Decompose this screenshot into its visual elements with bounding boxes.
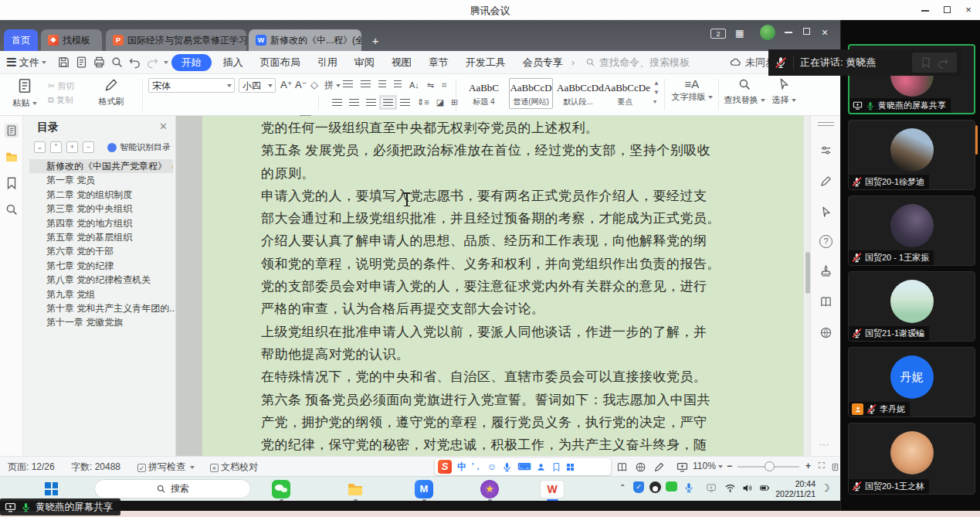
- participant-tile[interactable]: 国贸20-1徐梦迪: [848, 120, 975, 190]
- style-card[interactable]: AaBbCcD 普通(网站): [509, 78, 553, 109]
- command-search-input[interactable]: 查找命令、搜索模板: [585, 56, 690, 70]
- document-canvas[interactable]: 党的任何一级组织直至中央都无权剥夺党员的上述权利。第五条 发展党员，必须把政治标…: [176, 116, 803, 456]
- select-cursor-icon[interactable]: [819, 206, 832, 219]
- shading-icon[interactable]: ◪: [436, 97, 444, 107]
- undo-icon[interactable]: [128, 56, 141, 69]
- menu-item-sections[interactable]: 章节: [420, 51, 457, 74]
- smart-toc-button[interactable]: 智能识别目录: [107, 141, 171, 153]
- font-size-select[interactable]: 小四: [239, 78, 276, 93]
- star-app-icon[interactable]: ★: [480, 480, 499, 498]
- adjust-settings-icon[interactable]: [819, 144, 832, 157]
- wps-minimize-button[interactable]: [785, 26, 792, 37]
- bookmark-icon[interactable]: [5, 176, 19, 190]
- night-mode-moon-icon[interactable]: ☽: [821, 482, 830, 494]
- find-replace-button[interactable]: 查找替换: [723, 77, 766, 106]
- zoom-in-button[interactable]: +: [805, 461, 811, 471]
- font-name-select[interactable]: 宋体: [148, 78, 235, 93]
- toc-item[interactable]: 第四章 党的地方组织: [23, 216, 175, 230]
- battery-icon[interactable]: [758, 483, 771, 493]
- toolbar-drag-handle[interactable]: [818, 122, 834, 126]
- menu-item-references[interactable]: 引用: [309, 51, 346, 74]
- print-preview-icon[interactable]: [110, 56, 124, 69]
- page-thumb-icon[interactable]: [831, 461, 839, 473]
- menu-item-insert[interactable]: 插入: [215, 51, 252, 74]
- zoom-slider-knob[interactable]: [765, 461, 775, 471]
- review-calendar-icon[interactable]: [819, 264, 832, 277]
- save-icon[interactable]: [57, 56, 70, 69]
- select-button[interactable]: 选择: [768, 77, 800, 106]
- numbering-icon[interactable]: [361, 80, 371, 87]
- toc-item[interactable]: 新修改的《中国共产党章程》（...: [29, 159, 173, 173]
- participant-tile[interactable]: 国贸21-1谢瑷鳊: [848, 271, 975, 342]
- scrollbar-thumb[interactable]: [805, 252, 810, 294]
- ime-punctuation-icon[interactable]: ’，: [472, 461, 482, 472]
- check-panel-icon[interactable]: [5, 150, 19, 164]
- file-menu[interactable]: ☰ 文件: [0, 51, 55, 74]
- new-tab-button[interactable]: +: [366, 29, 385, 51]
- word-count[interactable]: 字数: 20488: [71, 461, 120, 474]
- toc-item[interactable]: 第七章 党的纪律: [23, 259, 175, 273]
- start-button[interactable]: [42, 480, 61, 498]
- format-painter-button[interactable]: 格式刷: [91, 77, 131, 107]
- ruler-icon[interactable]: ⌗: [442, 80, 446, 90]
- toc-item[interactable]: 第五章 党的基层组织: [23, 230, 175, 244]
- text-layout-button[interactable]: ≡A 文字排版: [670, 77, 714, 103]
- toc-item[interactable]: 第十章 党和共产主义青年团的...: [23, 301, 175, 315]
- output-icon[interactable]: [75, 56, 88, 69]
- cut-button[interactable]: ✂ 剪切: [48, 80, 74, 92]
- line-spacing-icon[interactable]: ⇕≡: [417, 97, 429, 107]
- fit-page-icon[interactable]: [677, 461, 688, 473]
- tray-expand-icon[interactable]: ⌃: [619, 483, 626, 491]
- print-icon[interactable]: [93, 56, 106, 69]
- ime-cn-mode-icon[interactable]: 中: [457, 461, 466, 474]
- annotate-pen-icon[interactable]: [819, 175, 832, 188]
- participant-tile[interactable]: 丹妮 李丹妮: [848, 347, 975, 417]
- meeting-restore-button[interactable]: [940, 3, 954, 17]
- toc-item[interactable]: 第二章 党的组织制度: [23, 188, 175, 202]
- participant-tile[interactable]: 国贸20-1王之林: [848, 423, 975, 495]
- wps-app-icon[interactable]: W: [540, 480, 565, 498]
- meeting-minimize-button[interactable]: [918, 3, 932, 17]
- style-card[interactable]: AaBbCcDe 要点: [603, 78, 647, 109]
- qq-penguin-icon[interactable]: [649, 481, 661, 493]
- sogou-logo-icon[interactable]: S: [438, 460, 452, 474]
- help-icon[interactable]: ?: [819, 235, 832, 248]
- participant-tile[interactable]: 国贸20 - 1王家振: [848, 196, 975, 266]
- align-right-icon[interactable]: [366, 99, 376, 106]
- screen-share-tag[interactable]: 黄晓燕的屏幕共享: [0, 498, 120, 515]
- security-shield-icon[interactable]: ✓: [633, 481, 644, 493]
- page-indicator[interactable]: 页面: 12/26: [8, 461, 55, 474]
- menu-item-view[interactable]: 视图: [383, 51, 420, 74]
- grow-font-button[interactable]: A⁺: [280, 79, 293, 90]
- align-left-icon[interactable]: [332, 99, 342, 106]
- document-proofing[interactable]: ×文档校对: [210, 461, 258, 474]
- toc-item[interactable]: 第八章 党的纪律检查机关: [23, 273, 175, 287]
- mic-tray-icon[interactable]: [683, 482, 694, 493]
- decrease-indent-icon[interactable]: [378, 80, 386, 87]
- wechat-tray-icon[interactable]: [666, 481, 677, 491]
- wechat-app-icon[interactable]: [272, 480, 290, 498]
- ime-skin-icon[interactable]: [551, 462, 561, 472]
- outline-panel-icon[interactable]: [5, 124, 19, 138]
- style-card[interactable]: AaBbCcDd 默认段...: [556, 78, 600, 109]
- toc-close-icon[interactable]: ✕: [159, 121, 168, 132]
- fullscreen-icon[interactable]: ⛶: [819, 461, 825, 471]
- wps-close-button[interactable]: ×: [822, 26, 828, 39]
- wps-restore-button[interactable]: [803, 26, 810, 37]
- meeting-close-button[interactable]: ×: [961, 3, 975, 17]
- justify-icon[interactable]: [383, 99, 393, 106]
- toc-item[interactable]: 第一章 党员: [23, 173, 175, 187]
- window-pages-icon[interactable]: 2: [710, 29, 726, 39]
- toc-item[interactable]: 第十一章 党徽党旗: [23, 315, 175, 329]
- toc-expand-all-button[interactable]: +: [66, 141, 78, 153]
- menu-item-dev-tools[interactable]: 开发工具: [457, 51, 514, 74]
- toc-collapse-up-button[interactable]: ⌃: [50, 141, 62, 153]
- tab-ppt-document[interactable]: P 国际经济与贸易党章修正学习🗩: [106, 29, 246, 51]
- quickbar-more-icon[interactable]: [164, 61, 168, 64]
- search-panel-icon[interactable]: [5, 202, 19, 216]
- spell-check-toggle[interactable]: ✓拼写检查: [137, 461, 195, 474]
- ime-voice-icon[interactable]: [502, 462, 512, 472]
- account-avatar[interactable]: [760, 25, 775, 40]
- paste-button[interactable]: 粘贴: [5, 77, 45, 109]
- sort-icon[interactable]: A↓: [409, 80, 419, 90]
